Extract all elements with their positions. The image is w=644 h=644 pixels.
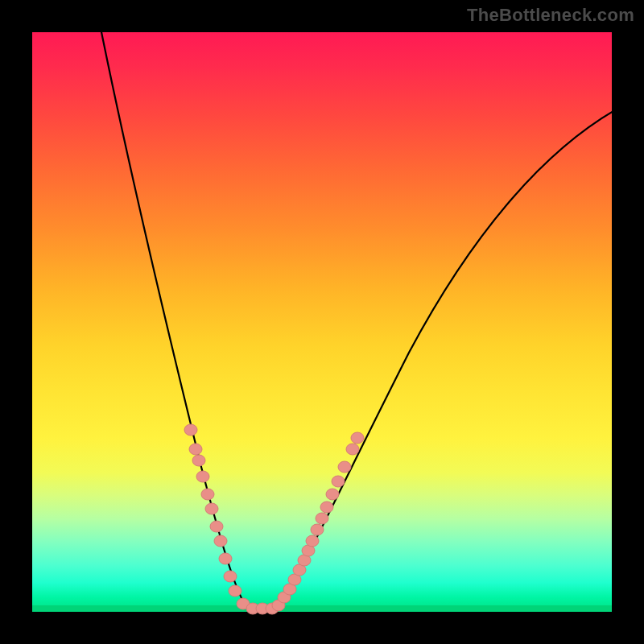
data-bead <box>210 521 223 532</box>
chart-frame: TheBottleneck.com <box>0 0 644 644</box>
data-bead <box>320 502 333 513</box>
data-bead <box>332 476 345 487</box>
data-bead <box>184 424 197 436</box>
right-beads <box>266 432 364 614</box>
data-bead <box>189 444 202 455</box>
left-curve <box>98 16 262 611</box>
data-bead <box>219 553 232 564</box>
data-bead <box>214 535 227 547</box>
curves-svg <box>32 32 612 612</box>
data-bead <box>326 489 339 500</box>
plot-area <box>32 32 612 612</box>
data-bead <box>229 585 242 597</box>
data-bead <box>192 455 205 466</box>
data-bead <box>196 471 209 482</box>
watermark-text: TheBottleneck.com <box>467 5 634 26</box>
data-bead <box>316 513 328 524</box>
data-bead <box>346 444 359 455</box>
data-bead <box>351 432 364 444</box>
data-bead <box>338 461 351 473</box>
data-bead <box>306 535 319 547</box>
data-bead <box>224 571 237 582</box>
data-bead <box>311 524 324 535</box>
data-bead <box>205 503 218 514</box>
data-bead <box>201 489 214 500</box>
left-beads <box>184 424 269 614</box>
